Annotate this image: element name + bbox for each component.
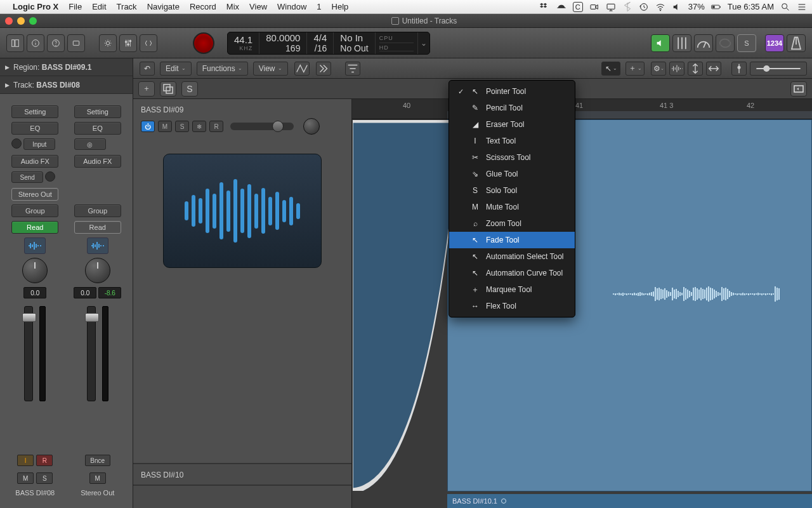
mixer-button[interactable] — [119, 34, 137, 52]
add-track-button[interactable]: ＋ — [138, 81, 155, 97]
settings-button[interactable]: ⚙⌄ — [651, 62, 666, 76]
vslider[interactable] — [731, 62, 747, 76]
region-disclosure[interactable]: ▶Region: BASS DI#09.1 — [0, 58, 133, 76]
track-header[interactable]: BASS DI#10 — [133, 464, 351, 486]
track-header[interactable]: BASS DI#09 ⏻ M S ❄ R — [133, 99, 351, 464]
menu-view[interactable]: View — [249, 2, 267, 11]
timeline[interactable]: 40 41 41 3 42 BASS DI#10.1 — [352, 99, 812, 508]
timemachine-icon[interactable] — [639, 2, 649, 12]
menu-help[interactable]: Help — [332, 2, 349, 11]
hat-icon[interactable] — [556, 2, 566, 12]
automation-button[interactable]: Read — [74, 221, 121, 234]
solo-button[interactable]: S — [36, 472, 53, 484]
volume-icon[interactable] — [672, 2, 682, 12]
metronome-button[interactable] — [787, 34, 806, 52]
tool-menu-item[interactable]: ⌕Zoom Tool — [449, 215, 575, 232]
camera-icon[interactable] — [589, 2, 599, 12]
solo-button[interactable]: S — [175, 121, 189, 132]
menu-1[interactable]: 1 — [317, 2, 321, 11]
hslider[interactable] — [750, 62, 807, 76]
right-tool-button[interactable]: ＋⌄ — [625, 62, 645, 76]
pan-value[interactable]: 0.0 — [74, 287, 96, 298]
catch-button[interactable] — [316, 62, 331, 76]
group-button[interactable]: Group — [74, 204, 121, 217]
eq-button[interactable]: EQ — [74, 122, 121, 135]
ruler[interactable]: 40 41 41 3 42 — [352, 99, 812, 119]
setting-button[interactable]: Setting — [74, 105, 121, 118]
spotlight-icon[interactable] — [780, 2, 790, 12]
tool-menu-item[interactable]: ↖Automation Select Tool — [449, 248, 575, 265]
tool-menu-item[interactable]: ✎Pencil Tool — [449, 100, 575, 116]
help-button[interactable] — [47, 34, 65, 52]
db-value[interactable]: -8.6 — [98, 287, 121, 298]
flex-button[interactable] — [294, 62, 310, 76]
menu-window[interactable]: Window — [277, 2, 306, 11]
bluetooth-icon[interactable] — [622, 2, 632, 12]
track-name[interactable]: BASS DI#10 — [141, 471, 344, 479]
pan-knob[interactable] — [22, 258, 48, 283]
display-icon[interactable] — [606, 2, 616, 12]
catch-playhead-button[interactable] — [790, 81, 807, 97]
clock[interactable]: Tue 6:35 AM — [728, 2, 774, 11]
minimize-button[interactable] — [17, 17, 25, 25]
tempo[interactable]: 80.0000 — [266, 32, 300, 43]
app-name[interactable]: Logic Pro X — [13, 2, 58, 11]
freeze-button[interactable]: ❄ — [192, 121, 206, 132]
duplicate-button[interactable] — [160, 81, 176, 97]
audiofx-button[interactable]: Audio FX — [11, 155, 58, 168]
functions-menu[interactable]: Functions⌄ — [197, 62, 248, 76]
tool-menu-item[interactable]: ✓↖Pointer Tool — [449, 83, 575, 100]
region-label-bar[interactable]: BASS DI#10.1 — [447, 494, 812, 508]
smart-controls-button[interactable] — [99, 34, 117, 52]
tuner-button[interactable] — [694, 34, 713, 52]
notif-icon[interactable] — [797, 2, 807, 12]
sample-rate[interactable]: 44.1 — [234, 34, 252, 45]
edit-menu[interactable]: Edit⌄ — [160, 62, 192, 76]
inspector-button[interactable] — [27, 34, 44, 52]
audiofx-button[interactable]: Audio FX — [74, 155, 121, 168]
mute-button[interactable]: M — [89, 472, 106, 484]
close-button[interactable] — [5, 17, 13, 25]
battery-icon[interactable] — [711, 2, 721, 12]
view-menu[interactable]: View⌄ — [253, 62, 288, 76]
power-button[interactable]: ⏻ — [141, 121, 155, 132]
tool-menu-item[interactable]: ✂Scissors Tool — [449, 149, 575, 166]
tool-menu-item[interactable]: ↖Automation Curve Tool — [449, 265, 575, 281]
editors-button[interactable] — [140, 34, 157, 52]
tool-menu-item[interactable]: ◢Eraser Tool — [449, 116, 575, 133]
wifi-icon[interactable] — [655, 2, 665, 12]
record-enable[interactable]: R — [36, 455, 53, 466]
bounce-button[interactable]: Bnce — [85, 455, 110, 466]
global-solo-button[interactable]: S — [181, 81, 198, 97]
record-button[interactable] — [193, 32, 214, 54]
volume-slider[interactable] — [230, 123, 294, 130]
waveform-zoom-button[interactable] — [669, 62, 684, 76]
hzoom-button[interactable] — [706, 62, 721, 76]
lcd-menu-button[interactable]: ⌄ — [418, 32, 429, 54]
dropbox-icon[interactable] — [540, 2, 550, 12]
zoom-button[interactable] — [29, 17, 37, 25]
send-row[interactable]: Send — [11, 171, 58, 184]
menu-mix[interactable]: Mix — [226, 2, 239, 11]
tool-menu-item[interactable]: ↖Fade Tool — [449, 232, 575, 248]
position[interactable]: 169 — [266, 43, 300, 53]
pan-knob[interactable] — [303, 118, 320, 135]
menu-track[interactable]: Track — [117, 2, 137, 11]
count-display[interactable]: 1234 — [765, 34, 784, 52]
battery-pct[interactable]: 37% — [688, 2, 705, 11]
volume-fader[interactable] — [24, 306, 33, 401]
tool-menu-item[interactable]: IText Tool — [449, 133, 575, 149]
eq-button[interactable]: EQ — [11, 122, 58, 135]
tool-menu-item[interactable]: MMute Tool — [449, 199, 575, 215]
menu-edit[interactable]: Edit — [92, 2, 106, 11]
menu-file[interactable]: File — [69, 2, 82, 11]
output-button[interactable]: Stereo Out — [11, 188, 58, 201]
menu-navigate[interactable]: Navigate — [147, 2, 180, 11]
tool-menu-item[interactable]: ⇘Glue Tool — [449, 166, 575, 182]
track-disclosure[interactable]: ▶Track: BASS DI#08 — [0, 76, 133, 94]
library-button[interactable] — [6, 34, 24, 52]
pan-value[interactable]: 0.0 — [23, 287, 46, 298]
count-in-button[interactable] — [672, 34, 691, 52]
volume-fader[interactable] — [87, 306, 96, 401]
solo-button[interactable]: S — [737, 34, 756, 52]
